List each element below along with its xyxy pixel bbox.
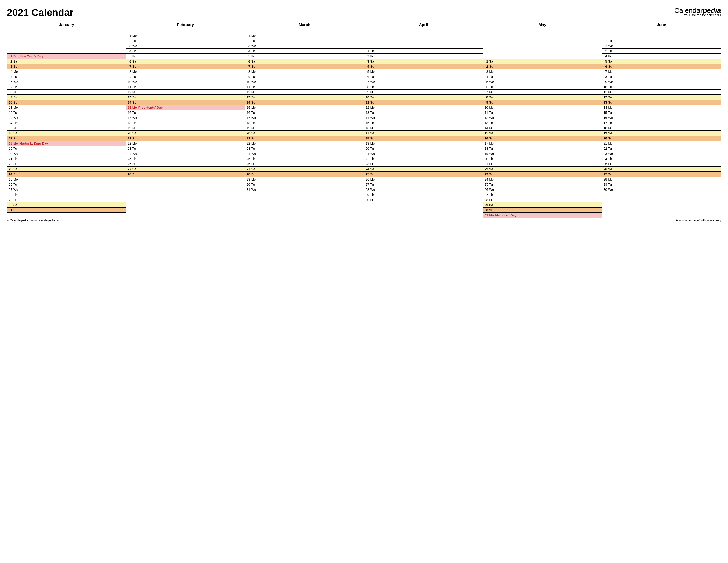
day-cell: 13Th (483, 120, 602, 126)
day-cell: 2Tu (245, 38, 364, 43)
day-cell: 14Fr (483, 126, 602, 131)
day-cell: 16Fr (364, 126, 483, 131)
day-cell: 9Su (483, 100, 602, 105)
day-cell: 12Fr (245, 90, 364, 95)
day-cell: 15Fr (7, 126, 126, 131)
day-cell: 24Sa (364, 167, 483, 172)
day-cell: 23Fr (364, 161, 483, 167)
day-cell: 28We (364, 187, 483, 192)
day-cell: 24Su (7, 172, 126, 177)
day-cell (602, 33, 721, 38)
day-cell: 3Mo (483, 69, 602, 74)
day-cell: 25Tu (483, 182, 602, 187)
page-title: 2021 Calendar (7, 7, 73, 18)
day-cell: 20We (7, 151, 126, 156)
day-cell: 2Sa (7, 59, 126, 64)
day-cell (483, 38, 602, 43)
day-cell: 14Su (126, 100, 245, 105)
day-cell (245, 203, 364, 208)
day-cell: 1Mo (245, 33, 364, 38)
day-cell: 25Fr (602, 161, 721, 167)
day-cell: 1Sa (483, 59, 602, 64)
day-cell (7, 43, 126, 49)
day-cell: 20Th (483, 156, 602, 161)
day-cell (364, 43, 483, 49)
day-cell: 23Tu (126, 146, 245, 151)
month-header: June (602, 21, 721, 29)
day-cell: 7Th (7, 84, 126, 90)
day-cell: 18MoMartin L. King Day (7, 141, 126, 146)
day-cell: 12Mo (364, 105, 483, 110)
day-cell: 26Tu (7, 182, 126, 187)
event-label: Memorial Day (495, 214, 601, 217)
day-cell: 6Sa (245, 59, 364, 64)
event-label: Martin L. King Day (19, 142, 125, 145)
day-cell: 17We (245, 115, 364, 120)
day-cell (7, 49, 126, 54)
day-cell: 2We (602, 43, 721, 49)
day-cell: 17Su (7, 136, 126, 141)
day-cell: 4Tu (483, 74, 602, 79)
day-cell: 2Tu (126, 38, 245, 43)
day-cell: 30We (602, 187, 721, 192)
day-cell: 22Mo (126, 141, 245, 146)
day-cell: 16Tu (245, 110, 364, 115)
day-cell: 11Tu (483, 110, 602, 115)
day-cell: 30Su (483, 208, 602, 213)
day-cell: 22Fr (7, 161, 126, 167)
day-cell: 14We (364, 115, 483, 120)
day-cell: 27Th (483, 192, 602, 197)
day-cell: 8Sa (483, 95, 602, 100)
day-cell: 8Mo (245, 69, 364, 74)
day-cell: 27Sa (126, 167, 245, 172)
day-cell: 10We (126, 79, 245, 84)
day-cell: 11Su (364, 100, 483, 105)
day-cell: 24Th (602, 156, 721, 161)
day-cell: 16Tu (126, 110, 245, 115)
day-cell: 8Fr (7, 90, 126, 95)
footer-right: Data provided 'as is' without warranty (675, 219, 721, 222)
day-cell (483, 54, 602, 59)
day-cell: 17Th (602, 120, 721, 126)
day-cell (126, 208, 245, 213)
day-cell: 3Th (602, 49, 721, 54)
day-cell: 28Th (7, 192, 126, 197)
day-cell: 19Fr (245, 126, 364, 131)
day-cell: 6We (7, 79, 126, 84)
day-cell: 16We (602, 115, 721, 120)
day-cell: 21We (364, 151, 483, 156)
day-cell: 29Fr (7, 197, 126, 203)
day-cell: 9Sa (7, 95, 126, 100)
day-cell (602, 208, 721, 213)
day-cell: 1Mo (126, 33, 245, 38)
day-cell: 18Tu (483, 146, 602, 151)
day-cell: 10Su (7, 100, 126, 105)
month-header: May (483, 21, 602, 29)
day-cell: 20Tu (364, 146, 483, 151)
day-cell (364, 33, 483, 38)
day-cell: 23We (602, 151, 721, 156)
calendar-table: JanuaryFebruaryMarchAprilMayJune 1Mo1Mo2… (7, 21, 721, 218)
day-cell: 3Sa (364, 59, 483, 64)
day-cell: 13Sa (126, 95, 245, 100)
day-cell: 20Su (602, 136, 721, 141)
day-cell: 26Mo (364, 177, 483, 182)
day-cell: 31Su (7, 208, 126, 213)
day-cell: 6Su (602, 64, 721, 69)
day-cell: 13Tu (364, 110, 483, 115)
day-cell: 10Th (602, 84, 721, 90)
day-cell: 18Th (126, 120, 245, 126)
day-cell: 29Sa (483, 203, 602, 208)
day-cell: 21Su (126, 136, 245, 141)
day-cell: 28Su (126, 172, 245, 177)
day-cell: 26Fr (245, 161, 364, 167)
day-cell: 1Tu (602, 38, 721, 43)
day-cell: 30Tu (245, 182, 364, 187)
day-cell: 25Th (245, 156, 364, 161)
day-cell: 21Mo (602, 141, 721, 146)
day-cell: 4Mo (7, 69, 126, 74)
day-cell: 15Mo (245, 105, 364, 110)
day-cell: 21Fr (483, 161, 602, 167)
day-cell: 30Fr (364, 197, 483, 203)
day-cell (7, 38, 126, 43)
